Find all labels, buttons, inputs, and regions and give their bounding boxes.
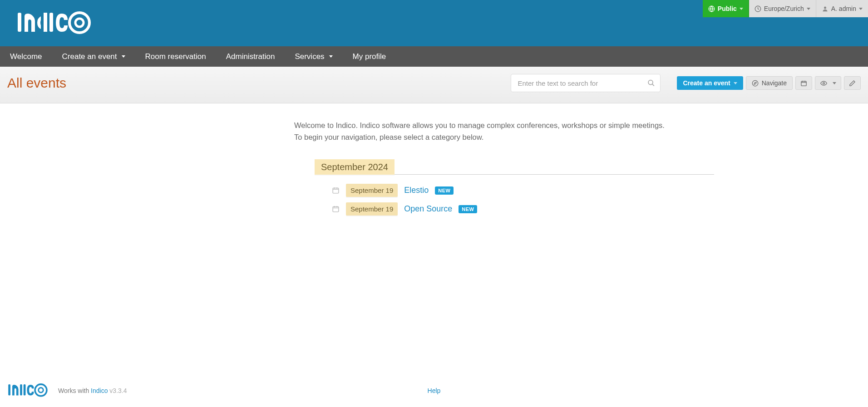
- clock-icon: [755, 5, 761, 12]
- calendar-button[interactable]: [795, 76, 812, 90]
- caret-down-icon: [833, 82, 836, 84]
- caret-down-icon: [734, 82, 737, 84]
- navigate-button[interactable]: Navigate: [746, 76, 793, 90]
- nav-label: Administration: [226, 52, 275, 61]
- svg-point-2: [69, 13, 89, 33]
- header: Public Europe/Zurich A. admin: [0, 0, 868, 46]
- nav-create-event[interactable]: Create an event: [52, 46, 135, 67]
- svg-point-7: [649, 80, 653, 85]
- visibility-label: Public: [718, 5, 737, 12]
- intro-line-1: Welcome to Indico. Indico software allow…: [294, 120, 715, 132]
- calendar-mini-icon[interactable]: [332, 186, 340, 194]
- pencil-icon: [849, 80, 856, 87]
- topbar: Public Europe/Zurich A. admin: [703, 0, 868, 17]
- logo[interactable]: [16, 8, 91, 39]
- caret-down-icon: [859, 8, 863, 10]
- intro-text: Welcome to Indico. Indico software allow…: [153, 120, 715, 143]
- compass-icon: [752, 80, 759, 87]
- main-nav: Welcome Create an event Room reservation…: [0, 46, 868, 67]
- month-header: September 2024: [315, 159, 395, 175]
- navigate-label: Navigate: [762, 79, 787, 87]
- event-date: September 19: [346, 202, 398, 216]
- timezone-label: Europe/Zurich: [764, 5, 804, 12]
- eye-icon: [820, 80, 828, 87]
- new-badge: NEW: [435, 186, 454, 195]
- caret-down-icon: [329, 55, 333, 58]
- caret-down-icon: [122, 55, 125, 58]
- svg-rect-0: [18, 13, 21, 32]
- view-button[interactable]: [815, 76, 841, 90]
- create-event-button[interactable]: Create an event: [677, 76, 743, 90]
- page-title: All events: [7, 75, 66, 91]
- calendar-mini-icon[interactable]: [332, 205, 340, 213]
- search-wrap: [511, 74, 661, 92]
- calendar-icon: [800, 80, 807, 87]
- nav-welcome[interactable]: Welcome: [0, 46, 52, 67]
- svg-rect-10: [801, 81, 806, 86]
- nav-my-profile[interactable]: My profile: [343, 46, 396, 67]
- user-icon: [822, 5, 829, 12]
- nav-label: Welcome: [10, 52, 42, 61]
- svg-rect-12: [333, 188, 339, 193]
- svg-point-8: [752, 80, 758, 86]
- new-badge: NEW: [459, 205, 477, 213]
- svg-marker-9: [754, 82, 756, 84]
- svg-point-6: [824, 6, 826, 9]
- edit-button[interactable]: [844, 76, 861, 90]
- create-event-label: Create an event: [683, 79, 730, 87]
- svg-point-11: [823, 82, 825, 84]
- nav-label: Services: [295, 52, 324, 61]
- main-content: Welcome to Indico. Indico software allow…: [153, 103, 715, 218]
- nav-label: Create an event: [62, 52, 117, 61]
- svg-rect-13: [333, 207, 339, 212]
- caret-down-icon: [807, 8, 810, 10]
- svg-rect-1: [49, 13, 53, 32]
- timezone-button[interactable]: Europe/Zurich: [749, 0, 816, 17]
- event-date: September 19: [346, 184, 398, 197]
- intro-line-2: To begin your navigation, please select …: [294, 132, 715, 143]
- nav-services[interactable]: Services: [285, 46, 342, 67]
- nav-administration[interactable]: Administration: [216, 46, 285, 67]
- search-input[interactable]: [511, 74, 661, 92]
- event-row: September 19 Open Source NEW: [315, 200, 715, 218]
- event-link[interactable]: Open Source: [404, 204, 452, 214]
- nav-label: Room reservation: [145, 52, 206, 61]
- toolbar-row: All events Create an event Navigate: [0, 67, 868, 103]
- event-row: September 19 Elestio NEW: [315, 181, 715, 200]
- event-link[interactable]: Elestio: [404, 186, 429, 195]
- search-icon[interactable]: [647, 79, 655, 87]
- globe-icon: [708, 5, 715, 12]
- caret-down-icon: [740, 8, 743, 10]
- nav-room-reservation[interactable]: Room reservation: [135, 46, 216, 67]
- user-menu-button[interactable]: A. admin: [816, 0, 868, 17]
- user-label: A. admin: [831, 5, 856, 12]
- visibility-button[interactable]: Public: [703, 0, 749, 17]
- month-section: September 2024 September 19 Elestio NEW …: [153, 159, 715, 218]
- nav-label: My profile: [353, 52, 386, 61]
- svg-point-3: [75, 19, 84, 27]
